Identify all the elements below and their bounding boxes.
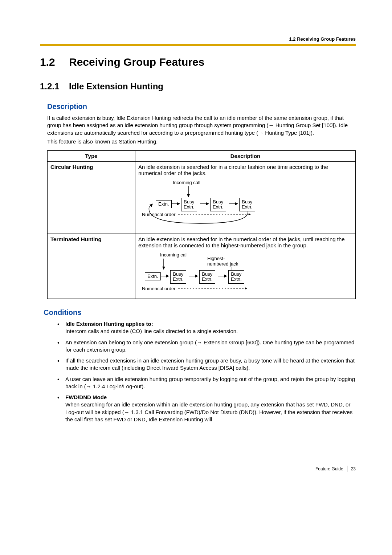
subsection-title: Idle Extension Hunting (69, 81, 163, 91)
cond2-a: An extension can belong to only one exte… (65, 339, 197, 345)
description-paragraph-1: If a called extension is busy, Idle Exte… (47, 114, 356, 137)
diagram-busy-extn-box: Busy Extn. (199, 270, 215, 284)
diagram-numorder-label: Numerical order (142, 286, 175, 291)
conditions-heading: Conditions (44, 308, 356, 317)
header-rule (40, 44, 356, 46)
diagram-busy-extn-box: Busy Extn. (170, 270, 186, 284)
cond1-title: Idle Extension Hunting applies to: (65, 321, 153, 327)
section-number: 1.2 (40, 56, 69, 68)
diagram-busy-extn-box: Busy Extn. (239, 198, 255, 211)
footer-divider (347, 466, 347, 472)
circular-hunting-diagram: Incoming call (142, 180, 352, 231)
arrow-icon: → (258, 130, 264, 136)
row1-desc: An idle extension is searched for in a c… (138, 164, 352, 176)
cond5-title: FWD/DND Mode (65, 394, 107, 400)
page-footer: Feature Guide 23 (315, 466, 356, 472)
row1-type: Circular Hunting (50, 164, 93, 170)
list-item: An extension can belong to only one exte… (57, 339, 356, 354)
row2-type: Terminated Hunting (50, 236, 102, 242)
diagram-busy-extn-box: Busy Extn. (210, 198, 226, 211)
arrow-icon: → (197, 339, 202, 345)
diagram-extn-box: Extn. (156, 200, 172, 208)
table-header-desc: Description (135, 151, 356, 162)
description-paragraph-2: This feature is also known as Station Hu… (47, 138, 356, 145)
cond1-text: Intercom calls and outside (CO) line cal… (65, 328, 238, 334)
list-item: Idle Extension Hunting applies to: Inter… (57, 320, 356, 335)
diagram-busy-extn-box: Busy Extn. (181, 198, 197, 211)
table-row: Terminated Hunting An idle extension is … (48, 234, 356, 299)
cond4-b: 1.2.4 Log-in/Log-out). (91, 383, 145, 389)
list-item: FWD/DND Mode When searching for an idle … (57, 394, 356, 423)
section-title: Receiving Group Features (69, 56, 204, 68)
diagram-numorder-label: Numerical order (142, 212, 175, 217)
terminated-hunting-diagram: Incoming call Highest- numbered jack (142, 252, 352, 296)
running-head: 1.2 Receiving Group Features (40, 36, 356, 42)
desc-p1-c: Hunting Type [101]). (264, 130, 314, 136)
footer-guide-label: Feature Guide (315, 466, 343, 471)
arrow-icon: → (86, 383, 91, 389)
list-item: A user can leave an idle extension hunti… (57, 376, 356, 390)
description-heading: Description (47, 102, 356, 111)
subsection-number: 1.2.1 (40, 81, 69, 92)
document-page: 1.2 Receiving Group Features 1.2Receivin… (0, 0, 392, 494)
table-header-type: Type (48, 151, 135, 162)
conditions-list: Idle Extension Hunting applies to: Inter… (57, 320, 356, 423)
section-heading: 1.2Receiving Group Features (40, 56, 356, 68)
row2-desc: An idle extension is searched for in the… (138, 236, 352, 248)
arrow-icon: → (124, 409, 130, 415)
diagram-busy-extn-box: Busy Extn. (228, 270, 244, 284)
diagram-extn-box: Extn. (145, 272, 161, 280)
subsection-heading: 1.2.1Idle Extension Hunting (40, 81, 356, 92)
table-row: Circular Hunting An idle extension is se… (48, 162, 356, 234)
arrow-icon: → (269, 122, 274, 128)
cond3-text: If all the searched extensions in an idl… (65, 357, 355, 371)
footer-page-number: 23 (351, 466, 356, 471)
hunting-type-table: Type Description Circular Hunting An idl… (47, 150, 356, 299)
list-item: If all the searched extensions in an idl… (57, 357, 356, 372)
